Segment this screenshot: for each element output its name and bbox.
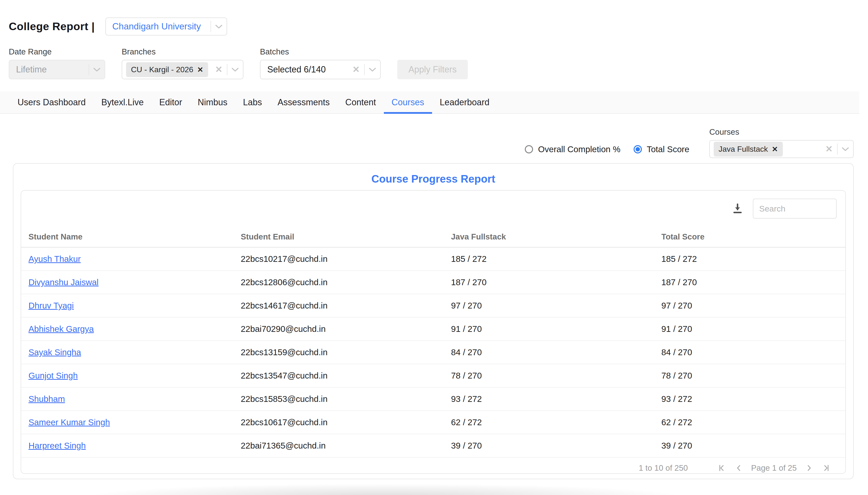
total-score: 91 / 270 — [657, 324, 845, 334]
pagination-page: Page 1 of 25 — [751, 463, 797, 473]
java-fullstack-score: 84 / 270 — [447, 347, 657, 357]
total-score: 78 / 270 — [657, 371, 845, 380]
chip-remove-icon[interactable]: ✕ — [197, 65, 203, 74]
table-row: Sameer Kumar Singh 22bcs10617@cuchd.in 6… — [21, 411, 845, 434]
student-name-link[interactable]: Sameer Kumar Singh — [29, 417, 110, 427]
student-email: 22bcs13159@cuchd.in — [237, 347, 447, 357]
student-name-link[interactable]: Divyanshu Jaiswal — [29, 277, 99, 287]
next-page-button[interactable] — [801, 464, 818, 472]
student-name-link[interactable]: Dhruv Tyagi — [29, 301, 74, 310]
course-chip: Java Fullstack ✕ — [714, 142, 783, 157]
apply-filters-button[interactable]: Apply Filters — [397, 60, 468, 79]
student-name-link[interactable]: Abhishek Gargya — [29, 324, 94, 334]
tab-bytexl-live[interactable]: Bytexl.Live — [94, 91, 151, 113]
clear-icon[interactable]: ✕ — [821, 144, 837, 154]
student-email: 22bai70290@cuchd.in — [237, 324, 447, 334]
chevron-down-icon[interactable] — [89, 67, 105, 72]
chevron-down-icon[interactable] — [211, 24, 227, 29]
table-row: Dhruv Tyagi 22bcs14617@cuchd.in 97 / 270… — [21, 294, 845, 318]
last-page-button[interactable] — [818, 464, 835, 472]
student-email: 22bai71365@cuchd.in — [237, 441, 447, 450]
search-input[interactable] — [753, 199, 837, 219]
total-score: 93 / 272 — [657, 394, 845, 404]
chevron-down-icon[interactable] — [838, 147, 853, 151]
branch-chip: CU - Kargil - 2026 ✕ — [126, 62, 208, 77]
radio-icon — [634, 145, 642, 153]
table-toolbar — [21, 191, 845, 226]
view-options-row: Overall Completion % Total Score Courses… — [0, 127, 868, 158]
course-chip-label: Java Fullstack — [719, 145, 768, 154]
tab-nimbus[interactable]: Nimbus — [190, 91, 235, 113]
page-title: College Report | — [9, 20, 95, 33]
table-row: Divyanshu Jaiswal 22bcs12806@cuchd.in 18… — [21, 271, 845, 294]
student-name-link[interactable]: Shubham — [29, 394, 65, 404]
table-row: Ayush Thakur 22bcs10217@cuchd.in 185 / 2… — [21, 248, 845, 271]
metric-radio-group: Overall Completion % Total Score — [525, 144, 689, 154]
clear-icon[interactable]: ✕ — [211, 65, 227, 75]
date-range-value: Lifetime — [9, 65, 47, 75]
tab-labs[interactable]: Labs — [235, 91, 270, 113]
radio-overall-completion[interactable]: Overall Completion % — [525, 144, 620, 154]
chevron-down-icon[interactable] — [365, 67, 380, 72]
total-score: 62 / 272 — [657, 417, 845, 427]
date-range-select[interactable]: Lifetime — [9, 60, 105, 79]
student-email: 22bcs13547@cuchd.in — [237, 371, 447, 380]
student-name-link[interactable]: Gunjot Singh — [29, 371, 78, 380]
bottom-shadow — [90, 484, 679, 495]
tab-courses[interactable]: Courses — [384, 91, 432, 113]
branches-label: Branches — [122, 47, 243, 56]
column-student-email: Student Email — [237, 232, 447, 241]
java-fullstack-score: 185 / 272 — [447, 254, 657, 264]
report-title: Course Progress Report — [13, 164, 853, 185]
previous-page-button[interactable] — [730, 464, 747, 472]
pagination: 1 to 10 of 250 Page 1 of 25 — [21, 458, 845, 474]
header: College Report | Chandigarh University — [0, 0, 868, 35]
student-email: 22bcs10217@cuchd.in — [237, 254, 447, 264]
courses-select[interactable]: Java Fullstack ✕ ✕ — [709, 140, 854, 158]
filters-row: Date Range Lifetime Branches CU - Kargil… — [0, 35, 868, 79]
java-fullstack-score: 187 / 270 — [447, 277, 657, 287]
clear-icon[interactable]: ✕ — [348, 65, 364, 75]
table-body: Ayush Thakur 22bcs10217@cuchd.in 185 / 2… — [21, 248, 845, 458]
branch-chip-label: CU - Kargil - 2026 — [131, 65, 193, 74]
student-name-link[interactable]: Sayak Singha — [29, 347, 81, 357]
download-icon — [732, 203, 743, 215]
student-email: 22bcs15853@cuchd.in — [237, 394, 447, 404]
chip-remove-icon[interactable]: ✕ — [772, 145, 778, 153]
tab-content[interactable]: Content — [337, 91, 383, 113]
radio-icon — [525, 145, 533, 153]
java-fullstack-score: 91 / 270 — [447, 324, 657, 334]
student-name-link[interactable]: Ayush Thakur — [29, 254, 81, 263]
table-row: Harpreet Singh 22bai71365@cuchd.in 39 / … — [21, 434, 845, 458]
batches-value: Selected 6/140 — [260, 65, 326, 75]
table-row: Shubham 22bcs15853@cuchd.in 93 / 272 93 … — [21, 388, 845, 411]
tab-users-dashboard[interactable]: Users Dashboard — [10, 91, 94, 113]
java-fullstack-score: 93 / 272 — [447, 394, 657, 404]
report-card: Course Progress Report Student Name — [13, 163, 854, 479]
university-select[interactable]: Chandigarh University — [105, 17, 227, 35]
column-java-fullstack: Java Fullstack — [447, 232, 657, 241]
student-name-link[interactable]: Harpreet Singh — [29, 441, 86, 450]
student-email: 22bcs12806@cuchd.in — [237, 277, 447, 287]
tab-assessments[interactable]: Assessments — [270, 91, 337, 113]
student-email: 22bcs14617@cuchd.in — [237, 301, 447, 310]
page: College Report | Chandigarh University D… — [0, 0, 868, 495]
java-fullstack-score: 62 / 272 — [447, 417, 657, 427]
batches-label: Batches — [260, 47, 381, 56]
tab-editor[interactable]: Editor — [151, 91, 190, 113]
total-score: 97 / 270 — [657, 301, 845, 310]
tab-bar: Users DashboardBytexl.LiveEditorNimbusLa… — [0, 91, 859, 114]
table-header: Student Name Student Email Java Fullstac… — [21, 226, 845, 248]
table-row: Gunjot Singh 22bcs13547@cuchd.in 78 / 27… — [21, 364, 845, 388]
download-button[interactable] — [732, 203, 743, 215]
first-page-button[interactable] — [713, 464, 730, 472]
branches-select[interactable]: CU - Kargil - 2026 ✕ ✕ — [122, 60, 243, 79]
chevron-down-icon[interactable] — [227, 67, 243, 72]
date-range-label: Date Range — [9, 47, 105, 56]
batches-select[interactable]: Selected 6/140 ✕ — [260, 60, 381, 79]
tab-leaderboard[interactable]: Leaderboard — [432, 91, 497, 113]
pagination-range: 1 to 10 of 250 — [639, 463, 688, 473]
table-row: Sayak Singha 22bcs13159@cuchd.in 84 / 27… — [21, 341, 845, 364]
radio-total-score[interactable]: Total Score — [634, 144, 689, 154]
java-fullstack-score: 78 / 270 — [447, 371, 657, 380]
